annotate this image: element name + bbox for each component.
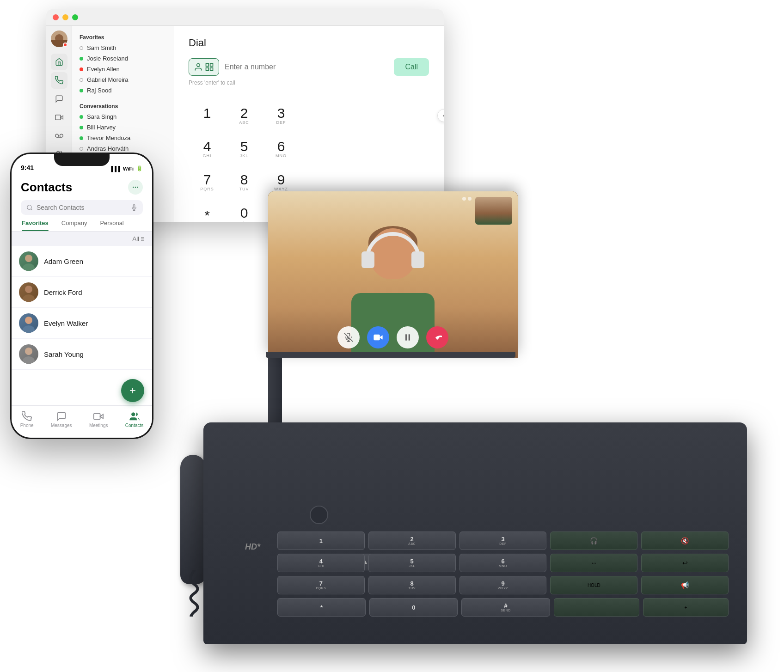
handset-cord [183, 570, 206, 617]
phone-header-row: Contacts [21, 180, 143, 195]
desk-key-6[interactable]: 6 MNO [459, 554, 547, 572]
tab-favorites[interactable]: Favorites [15, 215, 55, 231]
dial-key-8[interactable]: 8 TUV [226, 165, 263, 199]
dial-key-5[interactable]: 5 JKL [226, 132, 263, 165]
signal-icon: ▐▐▐ [109, 166, 120, 171]
dial-key-sub: MNO [276, 153, 287, 158]
mac-minimize-button[interactable] [62, 14, 68, 20]
video-dot [468, 197, 472, 201]
dial-key-7[interactable]: 7 PQRS [189, 165, 226, 199]
sort-icon[interactable] [139, 236, 145, 242]
contact-name: Sam Smith [87, 44, 116, 51]
sidebar-icon-video[interactable] [51, 109, 67, 126]
contact-sara-singh[interactable]: Sara Singh [72, 111, 174, 122]
desk-key-hash[interactable]: # SEND [461, 598, 550, 617]
more-options-button[interactable] [128, 180, 143, 195]
call-button[interactable]: Call [394, 58, 429, 76]
desk-key-redial[interactable]: ↩ [641, 554, 729, 572]
contact-derrick-ford[interactable]: Derrick Ford [12, 277, 152, 308]
search-bar[interactable] [21, 200, 143, 215]
tab-company[interactable]: Company [55, 215, 94, 231]
contact-sarah-young[interactable]: Sarah Young [12, 339, 152, 370]
desk-key-speaker[interactable]: 📢 [641, 576, 729, 594]
desk-key-7[interactable]: 7 PQRS [277, 576, 365, 594]
svg-point-25 [25, 286, 32, 293]
mac-maximize-button[interactable] [72, 14, 78, 20]
desk-key-1[interactable]: 1 [277, 531, 365, 550]
contact-raj-sood[interactable]: Raj Sood [72, 85, 174, 96]
desk-key-headset[interactable]: 🎧 [550, 531, 637, 550]
dial-key-1[interactable]: 1 [189, 99, 226, 132]
plus-icon: + [129, 384, 136, 397]
dial-key-4[interactable]: 4 GHI [189, 132, 226, 165]
avatar [19, 282, 38, 302]
tab-personal[interactable]: Personal [93, 215, 130, 231]
mac-close-button[interactable] [53, 14, 59, 20]
contact-name: Derrick Ford [44, 288, 82, 296]
dial-key-num: 5 [240, 140, 248, 153]
contact-gabriel-moreira[interactable]: Gabriel Moreira [72, 74, 174, 85]
video-status-dots [462, 197, 472, 201]
status-dot [80, 126, 83, 129]
status-dot [80, 46, 83, 50]
desk-key-2[interactable]: 2 ABC [368, 531, 456, 550]
search-icon [26, 204, 33, 211]
contact-adam-green[interactable]: Adam Green [12, 246, 152, 277]
dial-key-6[interactable]: 6 MNO [263, 132, 300, 165]
desk-key-8[interactable]: 8 TUV [368, 576, 456, 594]
add-contact-fab[interactable]: + [121, 379, 144, 402]
contact-evelyn-allen[interactable]: Evelyn Allen [72, 64, 174, 74]
desk-key-mute[interactable]: 🔇 [641, 531, 729, 550]
mute-icon [344, 333, 353, 342]
desk-key-4[interactable]: 4 GHI [277, 554, 365, 572]
self-view-thumbnail [475, 197, 512, 225]
desk-phone-speaker [310, 506, 328, 524]
desk-key-5[interactable]: 5 JKL [368, 554, 456, 572]
desk-key-0[interactable]: 0 [369, 598, 458, 617]
video-toggle-button[interactable] [367, 326, 389, 348]
search-contacts-input[interactable] [37, 204, 127, 211]
desk-key-9[interactable]: 9 WXYZ [459, 576, 547, 594]
dial-key-num: 4 [203, 140, 211, 153]
desk-key-3[interactable]: 3 DEF [459, 531, 547, 550]
dial-number-input[interactable] [225, 63, 388, 71]
pause-button[interactable] [397, 326, 419, 348]
dial-key-3[interactable]: 3 DEF [263, 99, 300, 132]
video-call-screen [268, 191, 518, 358]
keypad-row-4: * 0 # SEND - + [277, 598, 729, 617]
contact-trevor-mendoza[interactable]: Trevor Mendoza [72, 133, 174, 143]
desk-key-hold[interactable]: HOLD [550, 576, 637, 594]
desk-key-vol-down[interactable]: - [554, 598, 639, 617]
dial-key-2[interactable]: 2 ABC [226, 99, 263, 132]
contact-sam-smith[interactable]: Sam Smith [72, 43, 174, 53]
contact-name: Adam Green [44, 257, 83, 265]
mac-titlebar [46, 9, 444, 26]
desk-phone-body: HD* ↔ ↺ ✉ - ▲ + 1 [203, 422, 747, 644]
dial-key-num: * [204, 208, 210, 222]
dial-key-0[interactable]: 0 + [226, 199, 263, 222]
contact-josie-roseland[interactable]: Josie Roseland [72, 53, 174, 64]
sidebar-icon-chat[interactable] [51, 91, 67, 107]
sidebar-icon-home[interactable] [51, 54, 67, 70]
cord-svg [183, 570, 206, 617]
mute-button[interactable] [337, 326, 360, 348]
sidebar-icon-phone[interactable] [51, 72, 67, 89]
sidebar-icon-voicemail[interactable] [51, 128, 67, 144]
svg-point-14 [27, 205, 31, 209]
desk-key-transfer[interactable]: ↔ [550, 554, 637, 572]
wifi-icon: WiFi [123, 166, 134, 171]
contact-evelyn-walker[interactable]: Evelyn Walker [12, 308, 152, 339]
svg-marker-31 [100, 414, 103, 418]
nav-messages[interactable]: Messages [51, 411, 72, 428]
nav-meetings[interactable]: Meetings [89, 411, 108, 428]
dial-key-star[interactable]: * [189, 199, 226, 222]
desk-key-star[interactable]: * [277, 598, 366, 617]
contact-bill-harvey[interactable]: Bill Harvey [72, 122, 174, 133]
nav-phone[interactable]: Phone [20, 411, 34, 428]
desk-key-vol-up[interactable]: + [643, 598, 729, 617]
end-call-button[interactable] [426, 326, 448, 348]
mute-icon: 🔇 [681, 537, 689, 544]
phone-time: 9:41 [21, 164, 34, 171]
conversations-section-title: Conversations [72, 99, 174, 111]
nav-contacts[interactable]: Contacts [125, 411, 143, 428]
